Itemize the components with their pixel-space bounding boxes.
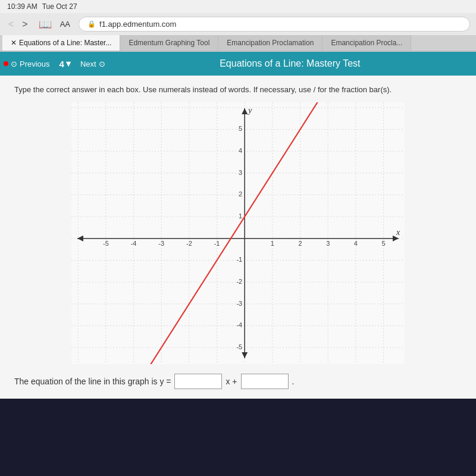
prev-icon: ⊙ <box>11 60 17 68</box>
address-bar[interactable]: 🔒 f1.app.edmentum.com <box>79 17 470 32</box>
browser-toolbar: < > 📖 AA 🔒 f1.app.edmentum.com <box>0 13 476 35</box>
main-content: Type the correct answer in each box. Use… <box>0 76 476 399</box>
page-title: Equations of a Line: Mastery Test <box>110 58 470 69</box>
previous-button[interactable]: ⊙ Previous <box>6 57 55 71</box>
lock-icon: 🔒 <box>87 20 96 28</box>
question-selector[interactable]: 4 ▾ <box>55 56 76 71</box>
url-text: f1.app.edmentum.com <box>99 20 176 29</box>
forward-button[interactable]: > <box>20 18 30 31</box>
coordinate-graph <box>71 102 405 364</box>
browser-chrome: < > 📖 AA 🔒 f1.app.edmentum.com ✕ Equatio… <box>0 13 476 52</box>
time: 10:39 AM <box>7 2 37 11</box>
next-button[interactable]: Next ⊙ <box>76 57 110 71</box>
tab-label: ✕ <box>11 39 17 47</box>
nav-bar: ⊙ Previous 4 ▾ Next ⊙ Equations of a Lin… <box>0 52 476 76</box>
red-dot-indicator <box>4 61 8 66</box>
answer-prefix: The equation of the line in this graph i… <box>14 377 171 386</box>
graph-container <box>14 102 462 364</box>
bookmarks-icon[interactable]: 📖 <box>39 18 52 31</box>
answer-middle: x + <box>226 377 237 386</box>
status-bar: 10:39 AM Tue Oct 27 <box>0 0 476 13</box>
nav-buttons: < > <box>6 18 30 31</box>
instructions-text: Type the correct answer in each box. Use… <box>14 85 462 94</box>
slope-input[interactable] <box>174 374 222 389</box>
next-icon: ⊙ <box>99 60 105 68</box>
answer-row: The equation of the line in this graph i… <box>14 374 462 389</box>
tab-equations[interactable]: ✕ Equations of a Line: Master... <box>2 35 120 51</box>
date: Tue Oct 27 <box>42 2 77 11</box>
answer-period: . <box>292 377 295 386</box>
tab-emancipation1[interactable]: Emancipation Proclamation <box>218 35 322 51</box>
tabs-bar: ✕ Equations of a Line: Master... Edmentu… <box>0 35 476 51</box>
tab-graphing[interactable]: Edmentum Graphing Tool <box>120 35 218 51</box>
intercept-input[interactable] <box>241 374 289 389</box>
back-button[interactable]: < <box>6 18 16 31</box>
aa-label[interactable]: AA <box>60 20 70 29</box>
graph-wrapper <box>71 102 405 364</box>
tab-emancipation2[interactable]: Emancipation Procla... <box>322 35 411 51</box>
